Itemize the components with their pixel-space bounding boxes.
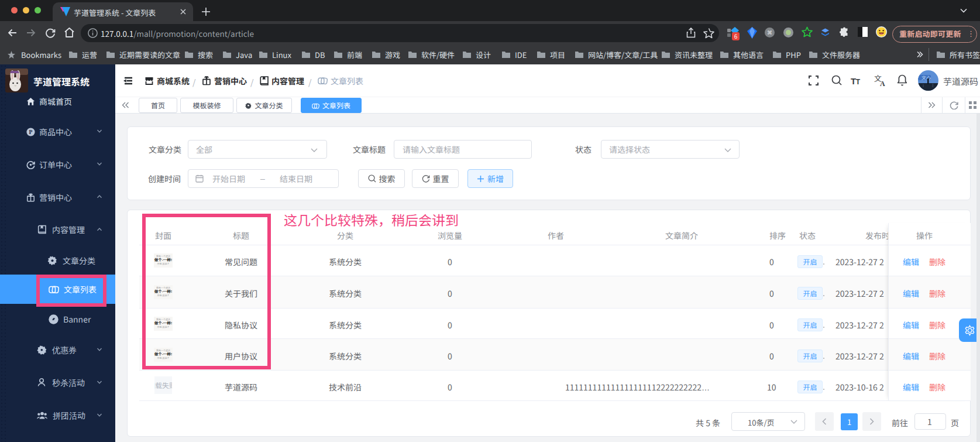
svg-text:P: P	[29, 128, 33, 136]
svg-text:6: 6	[734, 32, 738, 40]
svg-text:文心: 文心	[921, 74, 931, 81]
svg-text:⌘: ⌘	[767, 29, 772, 36]
svg-text:A: A	[880, 78, 885, 87]
